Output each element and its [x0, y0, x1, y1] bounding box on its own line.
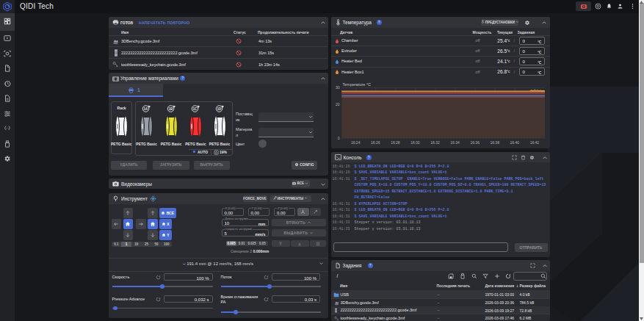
svg-text:1A: 1A: [144, 107, 149, 111]
svg-text:1D: 1D: [217, 107, 222, 111]
svg-text:1B: 1B: [168, 107, 173, 111]
svg-text:1C: 1C: [193, 107, 198, 111]
